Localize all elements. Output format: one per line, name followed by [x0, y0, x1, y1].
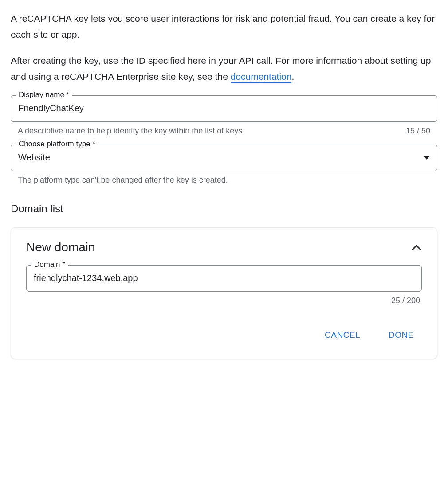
platform-type-label: Choose platform type * [16, 140, 98, 148]
domain-input[interactable] [34, 266, 414, 291]
domain-counter: 25 / 200 [391, 296, 420, 305]
domain-list-heading: Domain list [11, 203, 437, 215]
platform-type-helper: The platform type can't be changed after… [18, 176, 228, 185]
display-name-input[interactable] [18, 96, 430, 121]
new-domain-card: New domain Domain * 25 / 200 CANCEL DONE [11, 227, 437, 359]
intro-text: A reCAPTCHA key lets you score user inte… [11, 11, 437, 85]
caret-down-icon [424, 156, 430, 160]
cancel-button[interactable]: CANCEL [323, 327, 362, 344]
done-button[interactable]: DONE [387, 327, 416, 344]
domain-field: Domain * [26, 265, 422, 292]
display-name-helper: A descriptive name to help identify the … [18, 126, 244, 136]
new-domain-title: New domain [26, 240, 95, 254]
intro-para-2: After creating the key, use the ID speci… [11, 53, 437, 84]
display-name-counter: 15 / 50 [406, 126, 430, 136]
display-name-field: Display name * [11, 95, 437, 122]
domain-label: Domain * [31, 260, 68, 269]
platform-type-value: Website [18, 152, 424, 163]
platform-type-field[interactable]: Choose platform type * Website [11, 145, 437, 171]
intro-para-1: A reCAPTCHA key lets you score user inte… [11, 11, 437, 42]
display-name-label: Display name * [16, 90, 72, 99]
chevron-up-icon[interactable] [411, 242, 422, 253]
documentation-link[interactable]: documentation [231, 71, 292, 83]
